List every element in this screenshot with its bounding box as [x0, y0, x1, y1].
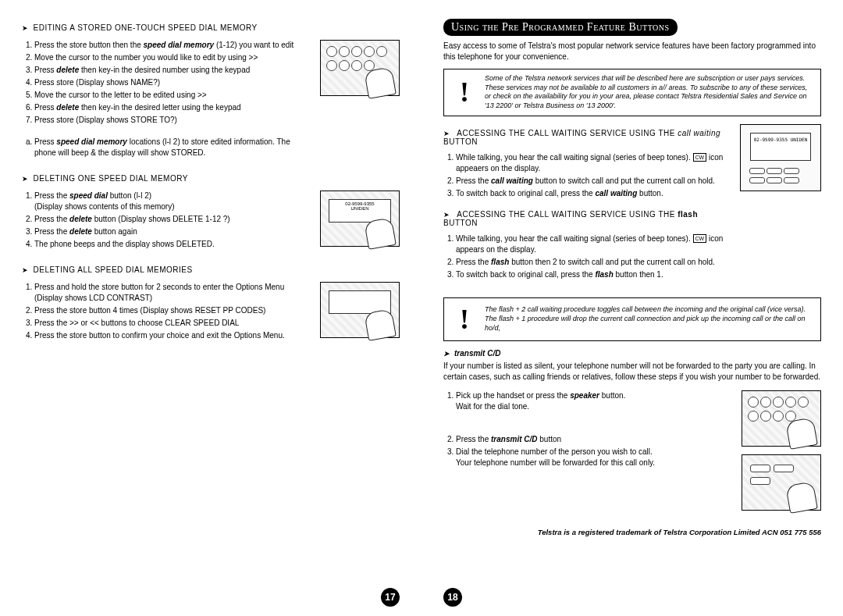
list-item: Press store (Display shows STORE TO?) — [34, 115, 312, 126]
list-item: Press the delete button again — [34, 226, 312, 237]
section-editing-speed-dial: EDITING A STORED ONE-TOUCH SPEED DIAL ME… — [22, 23, 400, 169]
list-item: Move the cursor to the letter to be edit… — [34, 90, 312, 101]
section-transmit-cd: transmit C/D If your number is listed as… — [443, 349, 821, 515]
section-call-waiting-button: ACCESSING THE CALL WAITING SERVICE USING… — [443, 124, 821, 291]
list-item: Move the cursor to the number you would … — [34, 52, 312, 63]
trademark-text: Telstra is a registered trademark of Tel… — [443, 528, 821, 536]
list-item: Press the delete button (Display shows D… — [34, 214, 312, 225]
list-item: Press the >> or << buttons to choose CLE… — [34, 318, 312, 329]
list-item: Dial the telephone number of the person … — [456, 447, 734, 468]
page-number: 17 — [381, 588, 400, 607]
banner-title: Using the Pre Programmed Feature Buttons — [443, 19, 678, 36]
list-item: Press speed dial memory locations (l-l 2… — [34, 137, 312, 158]
steps-deleting-one: Press the speed dial button (l-l 2)(Disp… — [22, 190, 312, 250]
illustration-buttons-icon — [742, 454, 821, 511]
transmit-intro: If your number is listed as silent, your… — [443, 361, 821, 383]
heading-editing: EDITING A STORED ONE-TOUCH SPEED DIAL ME… — [22, 23, 400, 32]
heading-em: flash — [678, 210, 698, 219]
steps-deleting-all: Press and hold the store button for 2 se… — [22, 282, 312, 341]
list-item: The phone beeps and the display shows DE… — [34, 239, 312, 250]
list-item: Press the call waiting button to switch … — [456, 176, 734, 187]
heading-cw-flash: ACCESSING THE CALL WAITING SERVICE USING… — [443, 210, 734, 227]
note-box-flash: ! The flash + 2 call waiting procedure t… — [443, 297, 821, 341]
heading-part: BUTTON — [443, 137, 478, 146]
illustration-buttons-icon — [320, 282, 400, 338]
list-item: Press the store button 4 times (Display … — [34, 305, 312, 316]
section-deleting-all: DELETING ALL SPEED DIAL MEMORIES Press a… — [22, 265, 400, 352]
list-item: Press delete then key-in the desired let… — [34, 102, 312, 113]
steps-transmit: Pick up the handset or press the speaker… — [443, 390, 734, 468]
heading-deleting-one: DELETING ONE SPEED DIAL MEMORY — [22, 174, 400, 183]
heading-part: BUTTON — [443, 219, 478, 227]
steps-editing: Press the store button then the speed di… — [22, 40, 312, 126]
list-item: To switch back to original call, press t… — [456, 188, 734, 199]
illustration-keypad-icon — [320, 40, 400, 96]
illustration-screen-icon: 02-9599-9355UNIDEN — [320, 190, 400, 247]
screen-text: 02-9599-9355 UNIDEN — [750, 133, 811, 161]
page-18: Using the Pre Programmed Feature Buttons… — [422, 0, 843, 616]
list-item: Press and hold the store button for 2 se… — [34, 282, 312, 304]
list-item: Press store (Display shows NAME?) — [34, 77, 312, 88]
illustration-phone-icon: 02-9599-9355 UNIDEN — [740, 124, 821, 191]
heading-cw-button: ACCESSING THE CALL WAITING SERVICE USING… — [443, 129, 734, 146]
list-item: Press the flash button then 2 to switch … — [456, 257, 734, 268]
heading-part: ACCESSING THE CALL WAITING SERVICE USING… — [457, 129, 678, 137]
note-text: Some of the Telstra network services tha… — [485, 74, 814, 111]
list-item: Press the store button then the speed di… — [34, 40, 312, 51]
exclaim-icon: ! — [450, 303, 478, 336]
list-item: To switch back to original call, press t… — [456, 269, 734, 280]
heading-deleting-all: DELETING ALL SPEED DIAL MEMORIES — [22, 265, 400, 274]
steps-cw-flash: While talking, you hear the call waiting… — [443, 233, 734, 280]
heading-transmit: transmit C/D — [443, 349, 821, 358]
exclaim-icon: ! — [450, 76, 478, 109]
steps-editing-alpha: Press speed dial memory locations (l-l 2… — [22, 137, 312, 158]
list-item: While talking, you hear the call waiting… — [456, 152, 734, 174]
intro-text: Easy access to some of Telstra's most po… — [443, 41, 821, 62]
list-item: Press the speed dial button (l-l 2)(Disp… — [34, 190, 312, 212]
list-item: Press the transmit C/D button — [456, 434, 734, 445]
heading-em: call waiting — [678, 129, 720, 137]
heading-part: ACCESSING THE CALL WAITING SERVICE USING… — [457, 210, 678, 219]
note-box-subscription: ! Some of the Telstra network services t… — [443, 69, 821, 116]
illustration-keypad-icon — [742, 390, 821, 447]
page-17: EDITING A STORED ONE-TOUCH SPEED DIAL ME… — [0, 0, 422, 616]
steps-cw-button: While talking, you hear the call waiting… — [443, 152, 734, 199]
page-number: 18 — [443, 588, 462, 607]
section-deleting-one: DELETING ONE SPEED DIAL MEMORY Press the… — [22, 174, 400, 261]
list-item: Press delete then key-in the desired num… — [34, 65, 312, 76]
note-text: The flash + 2 call waiting procedure tog… — [485, 305, 814, 333]
list-item: Pick up the handset or press the speaker… — [456, 390, 734, 412]
list-item: While talking, you hear the call waiting… — [456, 233, 734, 255]
list-item: Press the store button to confirm your c… — [34, 330, 312, 341]
